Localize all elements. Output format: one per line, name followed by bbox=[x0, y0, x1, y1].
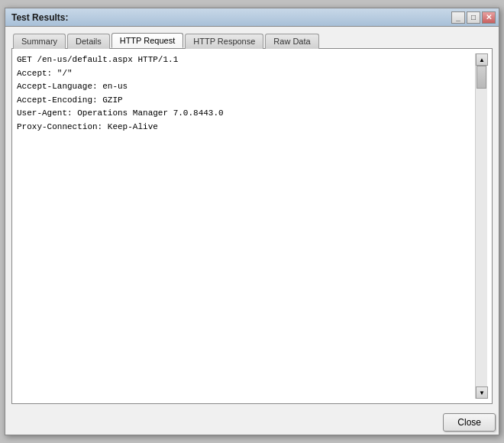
maximize-button[interactable]: □ bbox=[467, 11, 480, 24]
title-bar: Test Results: _ □ ✕ bbox=[5, 8, 499, 27]
tab-http-request[interactable]: HTTP Request bbox=[111, 33, 184, 48]
window-title: Test Results: bbox=[11, 12, 68, 23]
tab-raw-data[interactable]: Raw Data bbox=[265, 34, 318, 49]
minimize-button[interactable]: _ bbox=[451, 11, 465, 24]
test-results-window: Test Results: _ □ ✕ Summary Details HTTP… bbox=[5, 8, 499, 435]
title-bar-buttons: _ □ ✕ bbox=[451, 11, 496, 24]
scrollbar-thumb[interactable] bbox=[477, 66, 486, 89]
scroll-down-button[interactable]: ▼ bbox=[476, 386, 488, 399]
http-request-content[interactable]: GET /en-us/default.aspx HTTP/1.1 Accept:… bbox=[17, 53, 475, 399]
tab-details[interactable]: Details bbox=[67, 34, 110, 49]
tab-panel-http-request: GET /en-us/default.aspx HTTP/1.1 Accept:… bbox=[11, 48, 493, 404]
close-button[interactable]: Close bbox=[443, 413, 496, 432]
tabs-container: Summary Details HTTP Request HTTP Respon… bbox=[11, 33, 493, 404]
bottom-bar: Close bbox=[5, 410, 499, 435]
tab-summary[interactable]: Summary bbox=[13, 34, 66, 49]
window-close-button[interactable]: ✕ bbox=[482, 11, 496, 24]
scrollbar-track[interactable] bbox=[476, 66, 487, 386]
tab-http-response[interactable]: HTTP Response bbox=[185, 34, 263, 49]
scroll-up-button[interactable]: ▲ bbox=[476, 53, 488, 66]
window-content: Summary Details HTTP Request HTTP Respon… bbox=[5, 27, 499, 410]
scrollbar: ▲ ▼ bbox=[475, 53, 487, 399]
tabs-bar: Summary Details HTTP Request HTTP Respon… bbox=[11, 33, 493, 48]
